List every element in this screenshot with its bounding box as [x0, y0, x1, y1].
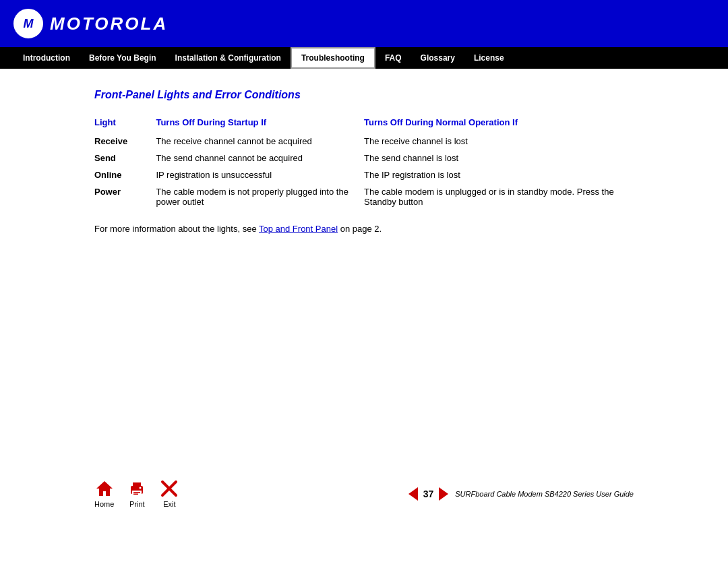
- table-row: Power The cable modem is not properly pl…: [94, 183, 634, 210]
- lights-table: Light Turns Off During Startup If Turns …: [94, 115, 634, 210]
- header-bar: M MOTOROLA: [0, 0, 728, 47]
- nav-before-you-begin[interactable]: Before You Begin: [80, 47, 166, 69]
- exit-button[interactable]: Exit: [160, 479, 179, 508]
- guide-title: SURFboard Cable Modem SB4220 Series User…: [455, 490, 634, 498]
- page-navigation: 37: [408, 487, 449, 501]
- light-name-power: Power: [94, 183, 156, 210]
- prev-page-arrow[interactable]: [408, 487, 418, 501]
- note-text: For more information about the lights, s…: [94, 224, 634, 234]
- col-header-light: Light: [94, 115, 156, 133]
- startup-condition-online: IP registration is unsuccessful: [156, 166, 364, 183]
- normal-condition-online: The IP registration is lost: [364, 166, 634, 183]
- svg-rect-7: [133, 494, 138, 495]
- logo-container: M MOTOROLA: [13, 9, 168, 38]
- nav-introduction[interactable]: Introduction: [13, 47, 80, 69]
- table-row: Send The send channel cannot be acquired…: [94, 150, 634, 166]
- startup-condition-receive: The receive channel cannot be acquired: [156, 133, 364, 150]
- home-icon: [95, 479, 114, 498]
- col-header-normal: Turns Off During Normal Operation If: [364, 115, 634, 133]
- footer: Home Print Exit 37: [0, 479, 728, 508]
- note-suffix: on page 2.: [338, 224, 382, 234]
- startup-condition-send: The send channel cannot be acquired: [156, 150, 364, 166]
- light-name-send: Send: [94, 150, 156, 166]
- note-link[interactable]: Top and Front Panel: [259, 224, 338, 234]
- print-button[interactable]: Print: [127, 479, 146, 508]
- print-label: Print: [129, 500, 145, 508]
- motorola-logo-badge: M: [13, 9, 43, 38]
- svg-point-8: [140, 487, 142, 489]
- col-header-startup: Turns Off During Startup If: [156, 115, 364, 133]
- light-name-receive: Receive: [94, 133, 156, 150]
- main-content: Front-Panel Lights and Error Conditions …: [0, 69, 728, 254]
- svg-rect-6: [133, 492, 140, 493]
- next-page-arrow[interactable]: [439, 487, 448, 501]
- footer-right: 37 SURFboard Cable Modem SB4220 Series U…: [408, 487, 634, 501]
- normal-condition-receive: The receive channel is lost: [364, 133, 634, 150]
- nav-installation[interactable]: Installation & Configuration: [166, 47, 291, 69]
- home-button[interactable]: Home: [94, 479, 114, 508]
- table-row: Receive The receive channel cannot be ac…: [94, 133, 634, 150]
- exit-icon: [160, 479, 179, 498]
- light-name-online: Online: [94, 166, 156, 183]
- page-title: Front-Panel Lights and Error Conditions: [94, 89, 634, 101]
- svg-text:M: M: [24, 17, 34, 30]
- motorola-wordmark: MOTOROLA: [50, 13, 168, 34]
- note-prefix: For more information about the lights, s…: [94, 224, 259, 234]
- normal-condition-power: The cable modem is unplugged or is in st…: [364, 183, 634, 210]
- nav-faq[interactable]: FAQ: [375, 47, 411, 69]
- nav-troubleshooting[interactable]: Troubleshooting: [291, 47, 375, 69]
- table-header-row: Light Turns Off During Startup If Turns …: [94, 115, 634, 133]
- nav-bar: Introduction Before You Begin Installati…: [0, 47, 728, 69]
- table-row: Online IP registration is unsuccessful T…: [94, 166, 634, 183]
- page-number: 37: [423, 489, 434, 499]
- exit-label: Exit: [163, 500, 175, 508]
- nav-glossary[interactable]: Glossary: [411, 47, 464, 69]
- startup-condition-power: The cable modem is not properly plugged …: [156, 183, 364, 210]
- footer-nav-icons: Home Print Exit: [94, 479, 179, 508]
- normal-condition-send: The send channel is lost: [364, 150, 634, 166]
- print-icon: [127, 479, 146, 498]
- svg-marker-2: [96, 481, 113, 496]
- motorola-m-icon: M: [17, 12, 40, 35]
- nav-license[interactable]: License: [464, 47, 514, 69]
- svg-rect-4: [133, 482, 141, 487]
- home-label: Home: [94, 500, 114, 508]
